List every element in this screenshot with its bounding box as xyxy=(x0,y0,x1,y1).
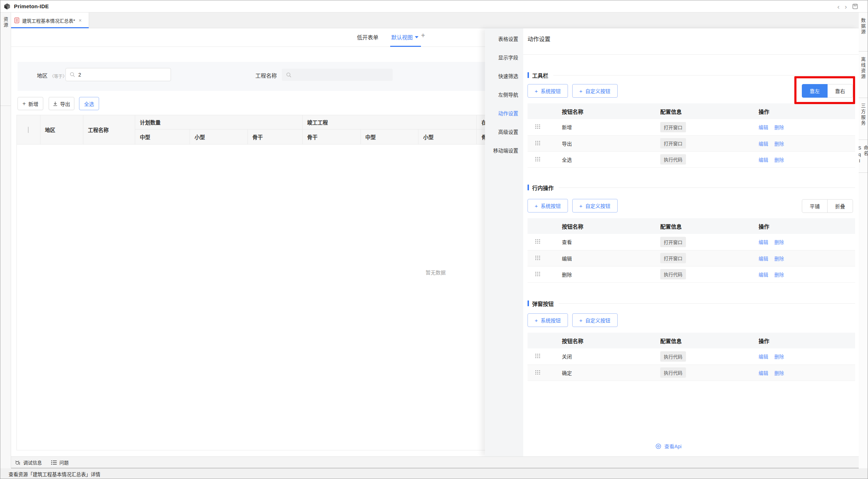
inline-add-buttons: + 系统按钮 + 自定义按钮 xyxy=(528,199,618,212)
edit-link[interactable]: 编辑 xyxy=(759,157,768,163)
add-system-button[interactable]: + 系统按钮 xyxy=(528,313,568,327)
add-custom-button[interactable]: + 自定义按钮 xyxy=(572,199,618,212)
left-resource-rail: 资源 xyxy=(0,13,11,468)
column-header-small[interactable]: 小型 xyxy=(418,129,477,145)
sidebar-item-named-sql[interactable]: 命名Sql xyxy=(858,140,868,173)
drag-handle-icon[interactable] xyxy=(528,272,540,276)
add-custom-button[interactable]: + 自定义按钮 xyxy=(572,84,618,98)
table-row: 新增 打开窗口 编辑删除 xyxy=(528,119,855,135)
project-name-filter-value xyxy=(295,72,392,78)
delete-link[interactable]: 删除 xyxy=(774,272,784,278)
add-system-button[interactable]: + 系统按钮 xyxy=(528,84,568,98)
problems-button[interactable]: 问题 xyxy=(51,459,69,466)
align-right-toggle[interactable]: 靠右 xyxy=(827,84,853,98)
column-group-planned-quantity[interactable]: 计划数量 xyxy=(135,115,303,129)
tab-table-settings[interactable]: 表格设置 xyxy=(485,35,523,54)
add-record-button[interactable]: + 新增 xyxy=(18,97,43,110)
title-bar: Primeton-IDE ‹ › xyxy=(0,0,868,13)
tab-left-navigation[interactable]: 左侧导航 xyxy=(485,91,523,110)
tab-action-settings[interactable]: 动作设置 xyxy=(485,110,523,128)
sidebar-item-datasource[interactable]: 数据源 xyxy=(858,13,868,52)
plus-icon: + xyxy=(535,88,538,94)
column-header-medium[interactable]: 中型 xyxy=(361,129,418,145)
delete-link[interactable]: 删除 xyxy=(774,240,784,245)
delete-link[interactable]: 删除 xyxy=(774,256,784,262)
collapse-toggle[interactable]: 折叠 xyxy=(827,199,853,213)
drag-handle-icon[interactable] xyxy=(528,157,540,161)
export-button[interactable]: 导出 xyxy=(49,97,74,110)
column-header-region[interactable]: 地区 xyxy=(40,115,83,145)
toolbar-buttons-table: 按钮名称 配置信息 操作 新增 打开窗口 编辑删除 导出 打开窗口 xyxy=(528,103,855,168)
add-view-button[interactable]: + xyxy=(421,31,425,40)
form-document-icon xyxy=(14,18,19,23)
drag-handle-icon[interactable] xyxy=(528,141,540,145)
panel-divider xyxy=(523,54,859,55)
column-header-small[interactable]: 小型 xyxy=(190,129,248,145)
sidebar-item-offline-resources[interactable]: 离线资源 xyxy=(858,52,868,98)
delete-link[interactable]: 删除 xyxy=(774,371,784,376)
sidebar-item-third-party-services[interactable]: 三方服务 xyxy=(858,98,868,140)
config-chip: 执行代码 xyxy=(660,154,686,165)
plus-icon: + xyxy=(579,318,583,323)
button-name-cell: 删除 xyxy=(562,266,660,282)
tab-quick-filter[interactable]: 快速筛选 xyxy=(485,73,523,91)
tab-lowcode-form[interactable]: 低开表单 xyxy=(357,33,378,41)
delete-link[interactable]: 删除 xyxy=(774,157,784,163)
document-tab-bar: 建筑工程基本情况汇总表* × xyxy=(11,13,859,28)
save-icon[interactable] xyxy=(852,3,858,10)
tab-default-view[interactable]: 默认视图 xyxy=(391,33,418,41)
drag-handle-icon[interactable] xyxy=(528,239,540,244)
align-left-toggle[interactable]: 靠左 xyxy=(802,84,828,98)
column-header-project-name[interactable]: 工程名称 xyxy=(83,115,135,145)
drag-handle-icon[interactable] xyxy=(528,354,540,358)
edit-link[interactable]: 编辑 xyxy=(759,141,768,147)
delete-link[interactable]: 删除 xyxy=(774,125,784,130)
inline-buttons-table: 按钮名称 配置信息 操作 查看 打开窗口 编辑删除 编辑 打开窗口 xyxy=(528,218,855,283)
nav-forward-icon[interactable]: › xyxy=(845,3,847,10)
region-filter-operator[interactable]: 〈等于〉 xyxy=(50,73,67,79)
close-icon[interactable]: × xyxy=(79,18,82,23)
table-row: 关闭 执行代码 编辑删除 xyxy=(528,348,855,365)
eye-icon xyxy=(655,443,661,449)
tab-display-fields[interactable]: 显示字段 xyxy=(485,54,523,73)
debug-info-button[interactable]: 调试信息 xyxy=(15,459,42,466)
column-header-backbone[interactable]: 骨干 xyxy=(247,129,302,145)
edit-link[interactable]: 编辑 xyxy=(759,125,768,130)
column-header-button-name: 按钮名称 xyxy=(562,103,660,119)
region-search-input[interactable] xyxy=(65,68,171,81)
tab-summary-table[interactable]: 建筑工程基本情况汇总表* × xyxy=(11,13,89,28)
drag-handle-icon[interactable] xyxy=(528,124,540,129)
app-logo-icon xyxy=(4,3,11,10)
header-checkbox[interactable] xyxy=(28,127,29,133)
edit-link[interactable]: 编辑 xyxy=(759,354,768,360)
edit-link[interactable]: 编辑 xyxy=(759,256,768,262)
active-view-underline xyxy=(390,46,421,47)
nav-back-icon[interactable]: ‹ xyxy=(837,3,839,10)
section-rule xyxy=(553,75,855,75)
drag-handle-icon[interactable] xyxy=(528,256,540,260)
add-custom-button[interactable]: + 自定义按钮 xyxy=(572,313,618,327)
view-api-link[interactable]: 查看Api xyxy=(655,443,681,450)
column-header-operations: 操作 xyxy=(759,218,855,234)
config-chip: 打开窗口 xyxy=(660,237,686,247)
drag-column-header xyxy=(528,333,562,348)
delete-link[interactable]: 删除 xyxy=(774,141,784,147)
delete-link[interactable]: 删除 xyxy=(774,354,784,360)
button-name-cell: 全选 xyxy=(562,151,660,167)
column-header-config-info: 配置信息 xyxy=(660,218,759,234)
column-header-medium[interactable]: 中型 xyxy=(135,129,190,145)
select-all-button[interactable]: 全选 xyxy=(79,97,99,110)
add-system-button[interactable]: + 系统按钮 xyxy=(528,199,568,212)
tab-advanced-settings[interactable]: 高级设置 xyxy=(485,128,523,147)
edit-link[interactable]: 编辑 xyxy=(759,240,768,245)
tab-mobile-settings[interactable]: 移动端设置 xyxy=(485,147,523,166)
drag-handle-icon[interactable] xyxy=(528,370,540,375)
edit-link[interactable]: 编辑 xyxy=(759,371,768,376)
section-accent-bar xyxy=(528,185,529,190)
project-name-search-input[interactable] xyxy=(282,69,393,81)
sidebar-item-resources[interactable]: 资源 xyxy=(2,17,9,28)
edit-link[interactable]: 编辑 xyxy=(759,272,768,278)
tile-toggle[interactable]: 平铺 xyxy=(802,199,828,213)
column-group-completed-projects[interactable]: 竣工工程 xyxy=(302,115,476,129)
column-header-backbone[interactable]: 骨干 xyxy=(302,129,361,145)
